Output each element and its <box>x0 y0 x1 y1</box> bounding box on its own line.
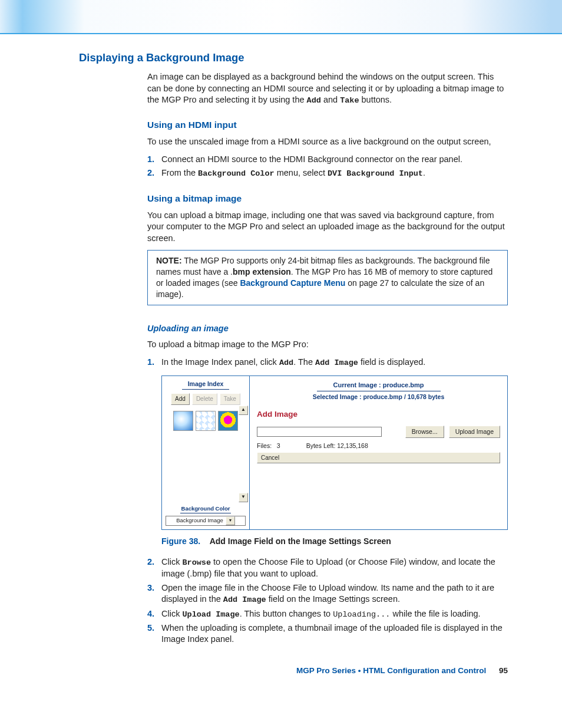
step-number: 2. <box>147 556 161 580</box>
image-index-buttons: Add Delete Take <box>162 393 249 409</box>
step-number: 2. <box>147 167 161 179</box>
top-gradient-bar <box>0 0 562 34</box>
image-settings-panel: Current Image : produce.bmp Selected Ima… <box>250 376 507 529</box>
add-image-heading: Add Image <box>257 409 500 420</box>
intro-add-code: Add <box>307 96 321 105</box>
cancel-button[interactable]: Cancel <box>257 452 500 464</box>
files-info-row: Files: 3 Bytes Left: 12,135,168 <box>257 442 500 450</box>
step-text: When the uploading is complete, a thumbn… <box>161 622 508 645</box>
s1-b: . The <box>293 357 315 367</box>
section-intro: An image can be displayed as a backgroun… <box>147 71 508 106</box>
embedded-app-screenshot: Image Index Add Delete Take ▲ ▼ Backgrou… <box>161 375 508 530</box>
step-text: Open the image file in the Choose File t… <box>161 582 508 606</box>
note-lead: NOTE: <box>156 256 182 265</box>
s2-a: Click <box>161 557 182 566</box>
step-text: Click Upload Image. This button changes … <box>161 608 508 620</box>
intro-text-b: and <box>321 95 340 104</box>
footer-title: MGP Pro Series • HTML Configuration and … <box>296 666 486 675</box>
step-text: From the Background Color menu, select D… <box>161 167 508 179</box>
footer-page: 95 <box>499 666 508 675</box>
page-body: Displaying a Background Image An image c… <box>0 51 562 700</box>
bitmap-title: Using a bitmap image <box>147 193 508 205</box>
add-button[interactable]: Add <box>171 393 190 405</box>
thumbnail-row <box>162 409 249 433</box>
background-color-select[interactable]: Background Image ▼ <box>166 516 246 526</box>
chevron-down-icon: ▼ <box>226 516 235 525</box>
files-label-text: Files: <box>257 442 272 449</box>
step2-opt: DVI Background Input <box>328 169 423 178</box>
image-index-title: Image Index <box>162 376 249 389</box>
scroll-up-icon[interactable]: ▲ <box>239 406 248 415</box>
upload-step-4: 4. Click Upload Image. This button chang… <box>147 608 508 620</box>
upload-row: Browse... Upload Image <box>257 426 500 437</box>
s2-browse: Browse <box>182 558 211 567</box>
step-text: Connect an HDMI source to the HDMI Backg… <box>161 154 508 166</box>
file-path-input[interactable] <box>257 427 382 437</box>
thumbnail[interactable] <box>196 411 216 431</box>
hdmi-step-1: 1. Connect an HDMI source to the HDMI Ba… <box>147 154 508 166</box>
step2-a: From the <box>161 168 198 177</box>
intro-take-code: Take <box>340 96 359 105</box>
s1-addimg: Add Image <box>315 358 358 367</box>
current-image-label: Current Image : produce.bmp <box>317 381 441 391</box>
s4-b: . This button changes to <box>240 609 333 618</box>
step2-menu: Background Color <box>198 169 275 178</box>
upload-step-5: 5. When the uploading is complete, a thu… <box>147 622 508 645</box>
bitmap-para: You can upload a bitmap image, including… <box>147 210 508 245</box>
s4-uploading: Uploading... <box>333 610 390 619</box>
files-label: Files: 3 <box>257 442 280 450</box>
step-text: In the Image Index panel, click Add. The… <box>161 357 508 368</box>
background-color-block: Background Color Background Image ▼ <box>166 505 246 526</box>
upload-image-button[interactable]: Upload Image <box>449 426 500 437</box>
thumbnail[interactable] <box>173 411 193 431</box>
browse-button[interactable]: Browse... <box>405 426 444 437</box>
files-count: 3 <box>277 442 280 449</box>
background-color-label: Background Color <box>180 505 232 513</box>
upload-title: Uploading an image <box>147 323 508 335</box>
bytes-left: Bytes Left: 12,135,168 <box>306 442 368 450</box>
figure-text: Add Image Field on the Image Settings Sc… <box>210 536 391 546</box>
s1-add: Add <box>279 358 293 367</box>
take-button: Take <box>220 393 240 405</box>
s4-a: Click <box>161 609 182 618</box>
thumbnail[interactable] <box>218 411 238 431</box>
upload-lead: To upload a bitmap image to the MGP Pro: <box>147 339 508 351</box>
hdmi-lead: To use the unscaled image from a HDMI so… <box>147 136 508 148</box>
figure-caption: Figure 38. Add Image Field on the Image … <box>161 536 508 547</box>
selected-image-label: Selected Image : produce.bmp / 10,678 by… <box>257 393 500 401</box>
upload-step-2: 2. Click Browse to open the Choose File … <box>147 556 508 580</box>
s1-a: In the Image Index panel, click <box>161 357 279 367</box>
image-index-panel: Image Index Add Delete Take ▲ ▼ Backgrou… <box>162 376 250 529</box>
rule-icon <box>182 389 229 390</box>
step-number: 1. <box>147 154 161 166</box>
cancel-row: Cancel <box>257 452 500 464</box>
step-number: 1. <box>147 357 161 368</box>
scroll-down-icon[interactable]: ▼ <box>239 493 248 502</box>
step2-c: . <box>423 168 425 177</box>
upload-step-1: 1. In the Image Index panel, click Add. … <box>147 357 508 368</box>
s4-c: while the file is loading. <box>390 609 480 618</box>
select-value: Background Image <box>176 517 223 525</box>
step2-b: menu, select <box>275 168 328 177</box>
current-b: produce.bmp <box>383 381 424 388</box>
s1-c: field is displayed. <box>358 357 425 367</box>
note-link[interactable]: Background Capture Menu <box>240 278 345 288</box>
s3-addimg: Add Image <box>223 595 266 604</box>
note-box: NOTE: The MGP Pro supports only 24-bit b… <box>147 250 508 305</box>
upload-step-3: 3. Open the image file in the Choose Fil… <box>147 582 508 606</box>
step-number: 4. <box>147 608 161 620</box>
section-title: Displaying a Background Image <box>79 51 508 65</box>
step-number: 3. <box>147 582 161 606</box>
intro-text-c: buttons. <box>359 95 392 104</box>
hdmi-title: Using an HDMI input <box>147 119 508 131</box>
delete-button: Delete <box>192 393 217 405</box>
note-ext: bmp extension <box>233 267 291 276</box>
s2-b: to open the Choose File to Upload (or Ch… <box>161 557 495 578</box>
s4-upl: Upload Image <box>182 610 239 619</box>
s3-b: field on the Image Settings screen. <box>266 594 400 604</box>
current-a: Current Image : <box>333 381 382 388</box>
step-text: Click Browse to open the Choose File to … <box>161 556 508 580</box>
page-footer: MGP Pro Series • HTML Configuration and … <box>79 666 508 676</box>
figure-number: Figure 38. <box>161 536 200 546</box>
hdmi-step-2: 2. From the Background Color menu, selec… <box>147 167 508 179</box>
